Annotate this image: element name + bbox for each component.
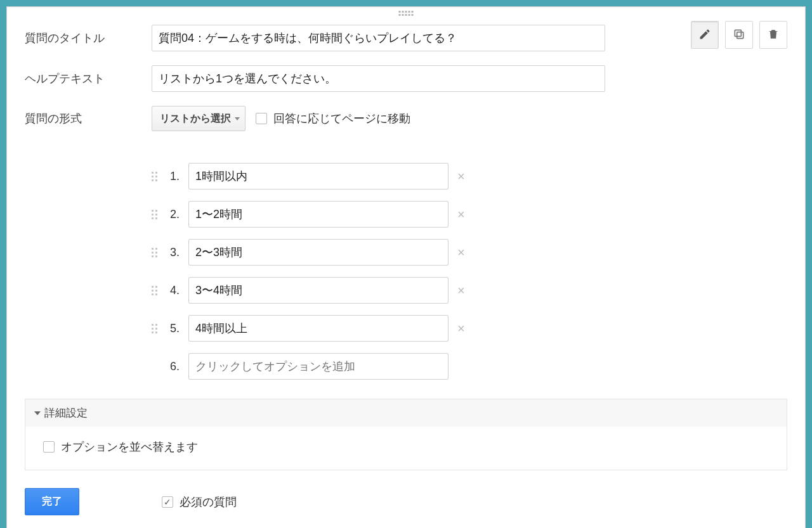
triangle-down-icon	[34, 411, 41, 415]
option-row: 2. ×	[152, 201, 507, 228]
advanced-section: 詳細設定 オプションを並べ替えます	[25, 399, 787, 470]
checkbox-checked-icon	[162, 496, 173, 508]
shuffle-label: オプションを並べ替えます	[61, 439, 198, 454]
advanced-body: オプションを並べ替えます	[25, 427, 787, 470]
option-number: 2.	[164, 208, 180, 221]
option-number: 1.	[164, 170, 180, 183]
done-button[interactable]: 完了	[25, 488, 79, 515]
option-row: 4. ×	[152, 277, 507, 304]
svg-rect-1	[735, 30, 741, 36]
remove-option-button[interactable]: ×	[457, 284, 465, 297]
remove-option-button[interactable]: ×	[457, 208, 465, 221]
row-type: 質問の形式 リストから選択 回答に応じてページに移動	[25, 106, 787, 131]
goto-page-label: 回答に応じてページに移動	[273, 111, 410, 126]
goto-page-checkbox[interactable]: 回答に応じてページに移動	[256, 111, 410, 126]
option-row: 3. ×	[152, 239, 507, 266]
row-help: ヘルプテキスト	[25, 65, 787, 92]
chevron-down-icon	[235, 117, 240, 120]
option-row: 1. ×	[152, 163, 507, 190]
option-row: 5. ×	[152, 315, 507, 342]
add-option-input[interactable]	[188, 353, 449, 380]
dropdown-label: リストから選択	[160, 112, 231, 126]
option-input[interactable]	[188, 163, 449, 190]
remove-option-button[interactable]: ×	[457, 246, 465, 259]
remove-option-button[interactable]: ×	[457, 170, 465, 183]
add-option-row: 6.	[152, 353, 507, 380]
drag-handle-icon[interactable]	[152, 248, 159, 257]
drag-handle-icon[interactable]	[152, 324, 159, 333]
options-list: 1. × 2. × 3. × 4. × 5. ×	[152, 163, 507, 380]
remove-option-button[interactable]: ×	[457, 322, 465, 335]
option-input[interactable]	[188, 277, 449, 304]
option-input[interactable]	[188, 239, 449, 266]
shuffle-checkbox[interactable]: オプションを並べ替えます	[43, 439, 198, 454]
drag-handle-icon[interactable]	[152, 172, 159, 181]
label-help: ヘルプテキスト	[25, 71, 152, 86]
question-editor-card: 質問のタイトル ヘルプテキスト 質問の形式 リストから選択 回答に応じてページに…	[6, 6, 806, 528]
copy-icon	[733, 28, 745, 42]
label-title: 質問のタイトル	[25, 30, 152, 46]
trash-icon	[767, 28, 780, 42]
drag-handle-top[interactable]	[399, 11, 414, 16]
help-text-input[interactable]	[152, 65, 605, 92]
pencil-icon	[698, 28, 711, 42]
required-label: 必須の質問	[180, 494, 237, 510]
option-number: 5.	[164, 322, 180, 335]
duplicate-button[interactable]	[725, 21, 753, 49]
advanced-label: 詳細設定	[44, 406, 88, 420]
checkbox-icon	[256, 113, 267, 124]
option-number: 3.	[164, 246, 180, 259]
delete-button[interactable]	[759, 21, 787, 49]
question-type-dropdown[interactable]: リストから選択	[152, 106, 246, 131]
label-type: 質問の形式	[25, 111, 152, 126]
required-checkbox[interactable]: 必須の質問	[162, 494, 237, 510]
option-input[interactable]	[188, 201, 449, 228]
footer: 完了 必須の質問	[25, 488, 787, 515]
question-title-input[interactable]	[152, 25, 605, 51]
row-title: 質問のタイトル	[25, 25, 787, 51]
option-number: 6.	[164, 360, 180, 373]
drag-handle-icon[interactable]	[152, 286, 159, 295]
drag-handle-icon[interactable]	[152, 210, 159, 219]
svg-rect-0	[737, 32, 743, 38]
edit-button[interactable]	[691, 21, 719, 49]
checkbox-icon	[43, 441, 55, 453]
toolbar	[691, 21, 787, 49]
advanced-toggle[interactable]: 詳細設定	[25, 399, 787, 427]
option-number: 4.	[164, 284, 180, 297]
option-input[interactable]	[188, 315, 449, 342]
